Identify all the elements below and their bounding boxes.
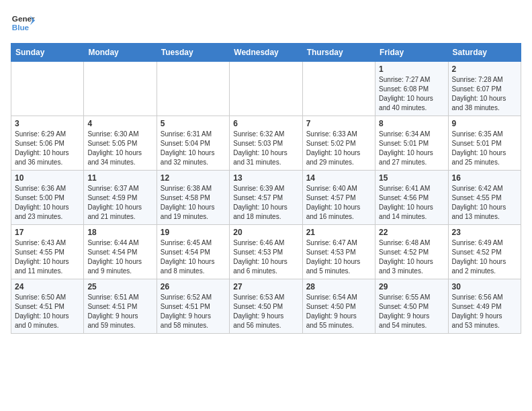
day-number: 26 xyxy=(161,282,226,291)
calendar-cell: 7Sunrise: 6:33 AM Sunset: 5:02 PM Daylig… xyxy=(302,116,375,171)
day-number: 9 xyxy=(452,119,517,128)
day-number: 25 xyxy=(87,282,152,291)
logo: General Blue xyxy=(11,11,35,35)
svg-text:Blue: Blue xyxy=(12,23,30,32)
day-info: Sunrise: 6:53 AM Sunset: 4:50 PM Dayligh… xyxy=(233,293,298,330)
calendar-week-row: 17Sunrise: 6:43 AM Sunset: 4:55 PM Dayli… xyxy=(11,225,521,279)
calendar-cell xyxy=(84,62,157,116)
day-info: Sunrise: 6:51 AM Sunset: 4:51 PM Dayligh… xyxy=(87,293,152,330)
day-info: Sunrise: 6:32 AM Sunset: 5:03 PM Dayligh… xyxy=(233,130,298,167)
day-number: 28 xyxy=(306,282,371,291)
weekday-header: Friday xyxy=(375,44,448,62)
day-info: Sunrise: 6:39 AM Sunset: 4:57 PM Dayligh… xyxy=(233,184,298,222)
day-info: Sunrise: 6:49 AM Sunset: 4:52 PM Dayligh… xyxy=(452,238,517,276)
calendar-cell: 20Sunrise: 6:46 AM Sunset: 4:53 PM Dayli… xyxy=(230,225,302,279)
day-info: Sunrise: 6:34 AM Sunset: 5:01 PM Dayligh… xyxy=(379,130,444,167)
calendar-cell: 26Sunrise: 6:52 AM Sunset: 4:51 PM Dayli… xyxy=(157,279,229,334)
calendar-cell: 23Sunrise: 6:49 AM Sunset: 4:52 PM Dayli… xyxy=(448,225,521,279)
calendar-cell: 14Sunrise: 6:40 AM Sunset: 4:57 PM Dayli… xyxy=(302,171,375,225)
day-number: 23 xyxy=(452,228,517,237)
calendar-cell: 4Sunrise: 6:30 AM Sunset: 5:05 PM Daylig… xyxy=(84,116,157,171)
calendar-cell: 3Sunrise: 6:29 AM Sunset: 5:06 PM Daylig… xyxy=(11,116,84,171)
calendar-cell xyxy=(302,62,375,116)
weekday-header: Thursday xyxy=(302,44,375,62)
calendar-cell: 16Sunrise: 6:42 AM Sunset: 4:55 PM Dayli… xyxy=(448,171,521,225)
day-info: Sunrise: 6:36 AM Sunset: 5:00 PM Dayligh… xyxy=(15,184,80,222)
calendar-cell: 30Sunrise: 6:56 AM Sunset: 4:49 PM Dayli… xyxy=(448,279,521,334)
logo-icon: General Blue xyxy=(11,11,35,35)
day-number: 12 xyxy=(161,173,226,183)
day-info: Sunrise: 6:30 AM Sunset: 5:05 PM Dayligh… xyxy=(87,130,152,167)
calendar-cell: 17Sunrise: 6:43 AM Sunset: 4:55 PM Dayli… xyxy=(11,225,84,279)
weekday-header: Tuesday xyxy=(157,44,229,62)
day-number: 7 xyxy=(306,119,371,128)
day-info: Sunrise: 6:43 AM Sunset: 4:55 PM Dayligh… xyxy=(15,238,80,276)
calendar-cell: 19Sunrise: 6:45 AM Sunset: 4:54 PM Dayli… xyxy=(157,225,229,279)
day-number: 17 xyxy=(15,228,80,237)
day-info: Sunrise: 6:42 AM Sunset: 4:55 PM Dayligh… xyxy=(452,184,517,222)
calendar-cell: 1Sunrise: 7:27 AM Sunset: 6:08 PM Daylig… xyxy=(375,62,448,116)
day-info: Sunrise: 6:52 AM Sunset: 4:51 PM Dayligh… xyxy=(161,293,226,330)
calendar-cell: 6Sunrise: 6:32 AM Sunset: 5:03 PM Daylig… xyxy=(230,116,302,171)
day-info: Sunrise: 6:37 AM Sunset: 4:59 PM Dayligh… xyxy=(87,184,152,222)
weekday-header: Wednesday xyxy=(230,44,302,62)
page-header: General Blue xyxy=(11,11,521,35)
calendar-week-row: 10Sunrise: 6:36 AM Sunset: 5:00 PM Dayli… xyxy=(11,171,521,225)
day-info: Sunrise: 6:41 AM Sunset: 4:56 PM Dayligh… xyxy=(379,184,444,222)
day-number: 15 xyxy=(379,173,444,183)
day-info: Sunrise: 6:35 AM Sunset: 5:01 PM Dayligh… xyxy=(452,130,517,167)
calendar-cell: 15Sunrise: 6:41 AM Sunset: 4:56 PM Dayli… xyxy=(375,171,448,225)
calendar-week-row: 1Sunrise: 7:27 AM Sunset: 6:08 PM Daylig… xyxy=(11,62,521,116)
day-number: 2 xyxy=(452,64,517,74)
day-number: 1 xyxy=(379,64,444,74)
day-info: Sunrise: 6:33 AM Sunset: 5:02 PM Dayligh… xyxy=(306,130,371,167)
calendar-cell: 27Sunrise: 6:53 AM Sunset: 4:50 PM Dayli… xyxy=(230,279,302,334)
calendar-cell: 13Sunrise: 6:39 AM Sunset: 4:57 PM Dayli… xyxy=(230,171,302,225)
calendar-header: SundayMondayTuesdayWednesdayThursdayFrid… xyxy=(11,44,521,62)
calendar-cell xyxy=(230,62,302,116)
weekday-header: Sunday xyxy=(11,44,84,62)
day-info: Sunrise: 6:38 AM Sunset: 4:58 PM Dayligh… xyxy=(161,184,226,222)
day-number: 10 xyxy=(15,173,80,183)
day-info: Sunrise: 6:45 AM Sunset: 4:54 PM Dayligh… xyxy=(161,238,226,276)
calendar-cell: 25Sunrise: 6:51 AM Sunset: 4:51 PM Dayli… xyxy=(84,279,157,334)
calendar-week-row: 24Sunrise: 6:50 AM Sunset: 4:51 PM Dayli… xyxy=(11,279,521,334)
day-info: Sunrise: 7:28 AM Sunset: 6:07 PM Dayligh… xyxy=(452,75,517,113)
weekday-header: Monday xyxy=(84,44,157,62)
calendar-cell: 9Sunrise: 6:35 AM Sunset: 5:01 PM Daylig… xyxy=(448,116,521,171)
day-number: 3 xyxy=(15,119,80,128)
day-info: Sunrise: 6:44 AM Sunset: 4:54 PM Dayligh… xyxy=(87,238,152,276)
day-info: Sunrise: 6:40 AM Sunset: 4:57 PM Dayligh… xyxy=(306,184,371,222)
calendar-cell: 28Sunrise: 6:54 AM Sunset: 4:50 PM Dayli… xyxy=(302,279,375,334)
day-info: Sunrise: 6:56 AM Sunset: 4:49 PM Dayligh… xyxy=(452,293,517,330)
day-info: Sunrise: 6:47 AM Sunset: 4:53 PM Dayligh… xyxy=(306,238,371,276)
calendar-cell: 10Sunrise: 6:36 AM Sunset: 5:00 PM Dayli… xyxy=(11,171,84,225)
day-number: 29 xyxy=(379,282,444,291)
day-number: 24 xyxy=(15,282,80,291)
day-number: 8 xyxy=(379,119,444,128)
day-info: Sunrise: 6:31 AM Sunset: 5:04 PM Dayligh… xyxy=(161,130,226,167)
calendar-cell: 24Sunrise: 6:50 AM Sunset: 4:51 PM Dayli… xyxy=(11,279,84,334)
day-number: 13 xyxy=(233,173,298,183)
day-info: Sunrise: 6:55 AM Sunset: 4:50 PM Dayligh… xyxy=(379,293,444,330)
day-number: 22 xyxy=(379,228,444,237)
day-info: Sunrise: 7:27 AM Sunset: 6:08 PM Dayligh… xyxy=(379,75,444,113)
day-number: 14 xyxy=(306,173,371,183)
calendar-cell: 22Sunrise: 6:48 AM Sunset: 4:52 PM Dayli… xyxy=(375,225,448,279)
calendar-table: SundayMondayTuesdayWednesdayThursdayFrid… xyxy=(11,43,521,334)
calendar-cell: 11Sunrise: 6:37 AM Sunset: 4:59 PM Dayli… xyxy=(84,171,157,225)
svg-text:General: General xyxy=(12,14,35,23)
day-number: 16 xyxy=(452,173,517,183)
day-number: 11 xyxy=(87,173,152,183)
calendar-cell xyxy=(157,62,229,116)
day-info: Sunrise: 6:46 AM Sunset: 4:53 PM Dayligh… xyxy=(233,238,298,276)
day-number: 18 xyxy=(87,228,152,237)
calendar-cell: 21Sunrise: 6:47 AM Sunset: 4:53 PM Dayli… xyxy=(302,225,375,279)
day-number: 5 xyxy=(161,119,226,128)
day-info: Sunrise: 6:29 AM Sunset: 5:06 PM Dayligh… xyxy=(15,130,80,167)
calendar-cell xyxy=(11,62,84,116)
calendar-cell: 5Sunrise: 6:31 AM Sunset: 5:04 PM Daylig… xyxy=(157,116,229,171)
day-number: 6 xyxy=(233,119,298,128)
day-info: Sunrise: 6:54 AM Sunset: 4:50 PM Dayligh… xyxy=(306,293,371,330)
day-number: 21 xyxy=(306,228,371,237)
